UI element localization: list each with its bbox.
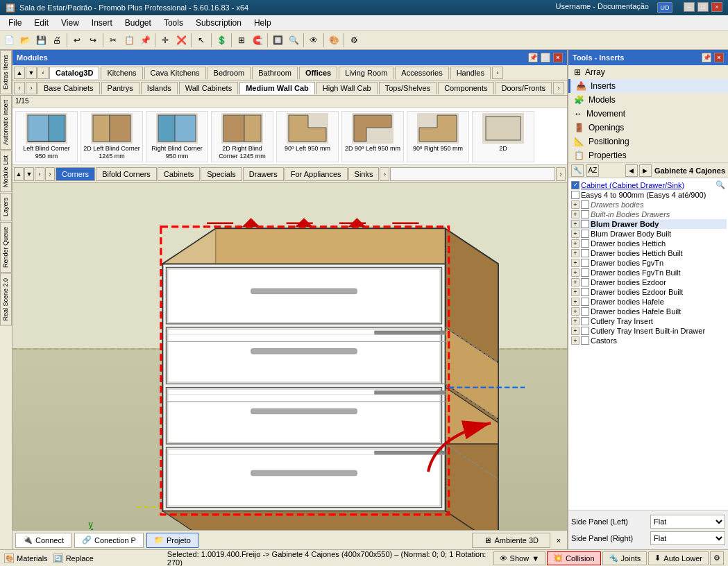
cat2-high-wall[interactable]: High Wall Cab <box>316 82 378 94</box>
cat2-more[interactable]: › <box>553 82 564 94</box>
tab-projeto[interactable]: 📁 Projeto <box>146 533 198 548</box>
tree-expand-hafele-built[interactable]: + <box>571 307 579 316</box>
tree-search-cabinet[interactable]: 🔍 <box>716 180 725 189</box>
tree-item-hettich[interactable]: + Drawer bodies Hettich <box>570 239 727 248</box>
toolbar-select[interactable]: ↖ <box>194 33 209 48</box>
toolbar-settings[interactable]: ⚙ <box>346 33 362 48</box>
toolbar-undo[interactable]: ↩ <box>69 33 85 48</box>
toolbar-render[interactable]: 🎨 <box>326 33 341 48</box>
modules-close[interactable]: × <box>553 53 563 62</box>
tree-label-cabinet[interactable]: Cabinet (Cabinet Drawer/Sink) <box>581 181 684 189</box>
tree-nav-right[interactable]: ▶ <box>639 164 652 177</box>
cat-tab-livingroom[interactable]: Living Room <box>339 67 393 79</box>
tree-expand-fgvtn[interactable]: + <box>571 259 579 267</box>
cat2-islands[interactable]: Islands <box>141 82 178 94</box>
subtab-corners[interactable]: Corners <box>56 167 95 181</box>
right-panel-close[interactable]: × <box>714 53 724 62</box>
tree-expand-ezdoor[interactable]: + <box>571 278 579 286</box>
cat-tab-bedroom[interactable]: Bedroom <box>208 67 251 79</box>
cat2-nav-prev[interactable]: ‹ <box>14 82 25 94</box>
toolbar-save[interactable]: 💾 <box>33 33 49 48</box>
tree-check-castors[interactable] <box>581 336 589 345</box>
subtabs-nav-prev[interactable]: ‹ <box>35 167 44 181</box>
toolbar-move[interactable]: ✛ <box>158 33 173 48</box>
tree-item-hafele-built[interactable]: + Drawer bodies Hafele Built <box>570 307 727 316</box>
render-queue-tab[interactable]: Render Queue <box>0 222 12 273</box>
menu-item-help[interactable]: Help <box>248 17 277 29</box>
toolbar-snap[interactable]: 🧲 <box>250 33 265 48</box>
tree-check-fgvtn-built[interactable] <box>581 268 589 277</box>
tree-check-hettich-built[interactable] <box>581 249 589 257</box>
product-2d-left-blind-corner[interactable]: 2D Left Blind Corner 1245 mm <box>81 111 143 162</box>
real-scene-tab[interactable]: Real Scene 2.0 <box>0 273 12 326</box>
menu-item-file[interactable]: File <box>3 17 27 29</box>
toolbar-zoom[interactable]: 🔍 <box>286 33 301 48</box>
modules-float[interactable]: ⬜ <box>541 53 550 62</box>
toolbar-eye[interactable]: 👁 <box>306 33 321 48</box>
toolbar-view3d[interactable]: 🔲 <box>270 33 285 48</box>
tree-check-hafele[interactable] <box>581 298 589 306</box>
tree-check-cutlery[interactable] <box>581 317 589 325</box>
joints-btn[interactable]: 🔩 Joints <box>602 551 647 565</box>
subtabs-nav-down[interactable]: ▼ <box>24 167 34 181</box>
cat-nav-down[interactable]: ▼ <box>26 67 37 79</box>
subtabs-nav-next[interactable]: › <box>45 167 55 181</box>
cat-tab-bathroom[interactable]: Bathroom <box>252 67 298 79</box>
product-2d-90-left-950[interactable]: 2D 90º Left 950 mm <box>341 111 404 162</box>
tree-expand-hafele[interactable]: + <box>571 298 579 306</box>
tree-item-builtin-bodies[interactable]: + Built-in Bodies Drawers <box>570 209 727 219</box>
tree-item-cabinet[interactable]: ✓ Cabinet (Cabinet Drawer/Sink) 🔍 <box>570 180 727 190</box>
tree-nav-left[interactable]: ◀ <box>625 164 638 177</box>
toolbar-delete[interactable]: ❌ <box>173 33 189 48</box>
tree-expand-blum-built[interactable]: + <box>571 230 579 238</box>
tree-check-fgvtn[interactable] <box>581 259 589 267</box>
tree-item-blum-built[interactable]: + Blum Drawer Body Built <box>570 229 727 239</box>
settings-btn[interactable]: ⚙ <box>710 551 724 565</box>
subtab-appliances[interactable]: For Appliances <box>285 167 348 181</box>
cat-tab-cava[interactable]: Cava Kitchens <box>144 67 206 79</box>
tree-expand-drawers-bodies[interactable]: + <box>571 200 579 209</box>
subtab-specials[interactable]: Specials <box>201 167 242 181</box>
layers-tab[interactable]: Layers <box>0 193 12 221</box>
cat-tab-handles[interactable]: Handles <box>450 67 491 79</box>
menu-models[interactable]: 🧩 Models <box>568 93 728 107</box>
tree-item-hafele[interactable]: + Drawer bodies Hafele <box>570 297 727 307</box>
menu-item-view[interactable]: View <box>56 17 85 29</box>
tree-expand-cutlery[interactable]: + <box>571 317 579 325</box>
cat-tab-catalog3d[interactable]: Catalog3D <box>49 67 99 79</box>
toolbar-open[interactable]: 📂 <box>17 33 33 48</box>
menu-item-subscription[interactable]: Subscription <box>190 17 247 29</box>
toolbar-print[interactable]: 🖨 <box>49 33 65 48</box>
subtabs-nav-up[interactable]: ▲ <box>14 167 24 181</box>
tree-check-ezdoor-built[interactable] <box>581 288 589 296</box>
toolbar-money[interactable]: 💲 <box>214 33 229 48</box>
materials-btn[interactable]: 🎨 <box>4 554 14 563</box>
cat2-wall-cabs[interactable]: Wall Cabinets <box>179 82 238 94</box>
cat2-components[interactable]: Components <box>438 82 493 94</box>
tree-item-cutlery[interactable]: + Cutlery Tray Insert <box>570 316 727 326</box>
modules-pin[interactable]: 📌 <box>528 53 538 62</box>
toolbar-copy[interactable]: 📋 <box>121 33 137 48</box>
tree-expand-builtin[interactable]: + <box>571 210 579 218</box>
tree-check-cutlery-builtin[interactable] <box>581 327 589 335</box>
tree-check-drawers-bodies[interactable] <box>581 200 589 209</box>
product-right-blind-corner-950[interactable]: Right Blind Corner 950 mm <box>146 111 208 162</box>
product-90-right-950[interactable]: 90º Right 950 mm <box>407 111 469 162</box>
maximize-button[interactable]: □ <box>697 2 709 12</box>
cat2-nav-next[interactable]: › <box>26 82 37 94</box>
cat-tab-kitchens[interactable]: Kitchens <box>101 67 142 79</box>
toolbar-grid[interactable]: ⊞ <box>234 33 249 48</box>
cat2-tops[interactable]: Tops/Shelves <box>379 82 437 94</box>
cat2-medium-wall[interactable]: Medium Wall Cab <box>239 82 315 94</box>
tree-item-easys[interactable]: Easys 4 to 900mm (Easys 4 até/900) <box>570 190 727 200</box>
menu-positioning[interactable]: 📐 Positioning <box>568 135 728 148</box>
tree-check-blum-built[interactable] <box>581 230 589 238</box>
tree-sort-btn[interactable]: 🔧 <box>571 164 584 177</box>
tree-expand-hettich[interactable]: + <box>571 239 579 248</box>
tree-item-ezdoor[interactable]: + Drawer bodies Ezdoor <box>570 277 727 287</box>
module-list-tab[interactable]: Module List <box>0 151 12 192</box>
minimize-button[interactable]: − <box>684 2 695 12</box>
extras-items-tab[interactable]: Extras Items <box>0 50 12 94</box>
subtabs-more[interactable]: › <box>380 167 389 181</box>
subtab-sinks[interactable]: Sinks <box>348 167 380 181</box>
